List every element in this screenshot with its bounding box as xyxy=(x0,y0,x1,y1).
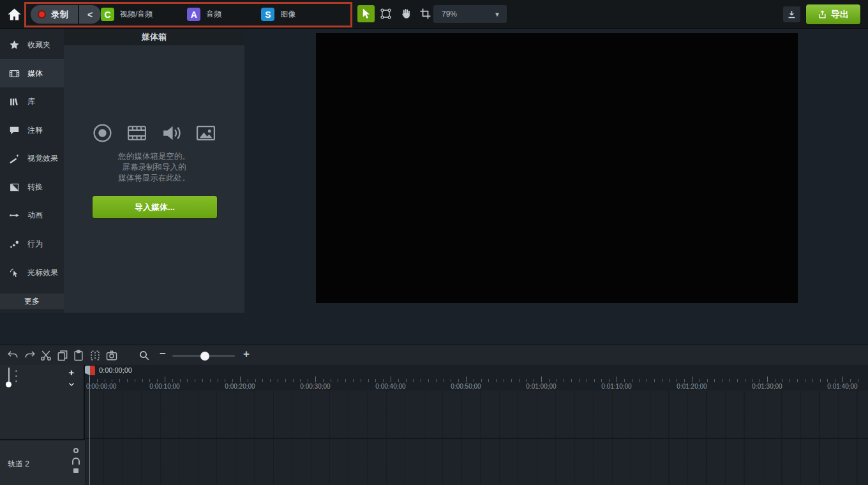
sidebar-item-library[interactable]: 库 xyxy=(0,87,64,116)
ruler-tick xyxy=(105,379,105,382)
ruler-tick xyxy=(632,379,632,382)
record-dot-icon xyxy=(38,10,46,19)
ruler-tick xyxy=(504,379,504,382)
tool-crop-button[interactable] xyxy=(417,5,434,22)
split-icon xyxy=(89,349,101,362)
export-icon xyxy=(818,10,827,19)
edit-points-icon xyxy=(380,8,392,20)
ruler-tick xyxy=(300,379,301,382)
collapse-tracks-button[interactable] xyxy=(64,379,79,389)
tab-audiate-audio[interactable]: A音频 xyxy=(187,0,221,29)
sidebar-item-animations[interactable]: 动画 xyxy=(0,202,64,230)
playhead-in-marker[interactable] xyxy=(85,366,90,375)
ruler-tick xyxy=(444,379,444,382)
timeline-ruler[interactable]: 0:00:00;00 0:00:00;000:00:10;000:00:20;0… xyxy=(85,365,868,391)
import-media-label: 导入媒体... xyxy=(135,202,175,213)
ruler-tick xyxy=(323,379,324,382)
hand-icon xyxy=(400,8,412,20)
media-bin-title: 媒体箱 xyxy=(64,29,244,45)
ruler-tick xyxy=(579,379,580,382)
track-2-label: 轨道 2 xyxy=(8,459,29,470)
media-bin-empty-text: 您的媒体箱是空的。屏幕录制和导入的媒体将显示在此处。 xyxy=(64,151,244,184)
cursor-effects-icon xyxy=(9,267,20,278)
redo-button[interactable] xyxy=(24,349,36,362)
ruler-tick xyxy=(767,377,768,382)
canvas-zoom-dropdown[interactable]: 79% ▼ xyxy=(433,5,507,23)
preview-stage[interactable] xyxy=(316,33,798,303)
drag-handle-dots-icon xyxy=(15,370,17,385)
sidebar-item-favorites[interactable]: 收藏夹 xyxy=(0,31,64,59)
ruler-tick xyxy=(827,379,828,382)
zoom-out-button[interactable]: − xyxy=(160,348,166,361)
ruler-tick xyxy=(142,379,143,382)
tool-edit-points-button[interactable] xyxy=(377,5,394,22)
snagit-s-icon: S xyxy=(261,8,274,21)
add-track-button[interactable]: + xyxy=(64,366,79,378)
media-empty-line: 屏幕录制和导入的 xyxy=(64,162,244,173)
record-button[interactable]: 录制 xyxy=(31,5,78,24)
ruler-tick xyxy=(97,379,98,382)
ruler-label: 0:01:20;00 xyxy=(673,383,711,390)
ruler-tick xyxy=(353,379,354,382)
media-empty-line: 您的媒体箱是空的。 xyxy=(64,151,244,162)
ruler-tick xyxy=(541,377,542,382)
copy-button[interactable] xyxy=(56,349,69,362)
ruler-tick xyxy=(737,379,738,382)
track-lock-icon[interactable] xyxy=(72,458,80,465)
cut-button[interactable] xyxy=(40,349,52,362)
sidebar-item-media[interactable]: 媒体 xyxy=(0,59,64,88)
ruler-tick xyxy=(564,379,564,382)
track-2-header[interactable]: 轨道 2 xyxy=(0,439,85,485)
tab-label: 视频/音频 xyxy=(120,9,153,20)
tab-snagit-image[interactable]: S图像 xyxy=(261,0,296,29)
playhead-out-marker[interactable] xyxy=(90,366,95,375)
timeline-zoom-slider-thumb[interactable] xyxy=(200,352,209,361)
sidebar-item-label: 媒体 xyxy=(27,68,43,79)
canvas-area xyxy=(244,29,868,345)
timeline-zoom-button[interactable] xyxy=(138,350,150,361)
tool-select-button[interactable] xyxy=(357,5,375,22)
track-divider xyxy=(85,438,868,439)
sidebar-item-cursor-effects[interactable]: 光标效果 xyxy=(0,258,64,287)
home-button[interactable] xyxy=(7,7,22,22)
ruler-tick xyxy=(789,379,790,382)
ruler-label: 0:00:30;00 xyxy=(296,383,334,390)
scissors-icon xyxy=(40,349,52,362)
ruler-tick xyxy=(345,379,346,382)
tool-pan-button[interactable] xyxy=(397,5,414,22)
download-button[interactable] xyxy=(783,6,800,22)
sidebar-item-transitions[interactable]: 转换 xyxy=(0,173,64,202)
paste-button[interactable] xyxy=(72,349,85,362)
behavior-dots-icon xyxy=(9,239,20,250)
ruler-tick xyxy=(383,379,384,382)
sidebar-item-more[interactable]: 更多 xyxy=(0,294,64,309)
tab-label: 音频 xyxy=(206,9,221,20)
ruler-tick xyxy=(308,379,308,382)
playhead-line[interactable] xyxy=(89,375,90,485)
track-visibility-eye-icon[interactable] xyxy=(73,448,79,453)
undo-button[interactable] xyxy=(6,349,19,362)
split-button[interactable] xyxy=(89,349,101,362)
magic-wand-icon xyxy=(9,153,20,164)
snapshot-button[interactable] xyxy=(105,349,118,362)
sidebar-item-visual-effects[interactable]: 视觉效果 xyxy=(0,144,64,173)
zoom-in-button[interactable]: + xyxy=(243,348,250,361)
ruler-tick xyxy=(135,379,135,382)
gain-slider-handle[interactable] xyxy=(6,382,11,387)
sidebar-item-annotations[interactable]: 注释 xyxy=(0,116,64,145)
import-media-button[interactable]: 导入媒体... xyxy=(93,196,217,218)
crop-icon xyxy=(419,8,431,20)
collapse-record-button[interactable]: < xyxy=(79,5,101,24)
ruler-tick xyxy=(315,377,316,382)
ruler-tick xyxy=(677,379,677,382)
ruler-tick xyxy=(255,379,256,382)
sidebar-item-behaviors[interactable]: 行为 xyxy=(0,230,64,258)
undo-icon xyxy=(6,349,19,362)
media-bin-panel: 媒体箱 您的媒体箱是空的。屏幕录制和导入的媒体将显示在此处。 导入媒体... xyxy=(64,29,244,313)
ruler-tick xyxy=(601,379,602,382)
tab-camtasia-video-audio[interactable]: C视频/音频 xyxy=(101,0,153,29)
export-button[interactable]: 导出 xyxy=(806,4,860,24)
star-icon xyxy=(9,40,20,50)
ruler-tick xyxy=(488,379,489,382)
ruler-label: 0:01:10;00 xyxy=(597,383,636,390)
